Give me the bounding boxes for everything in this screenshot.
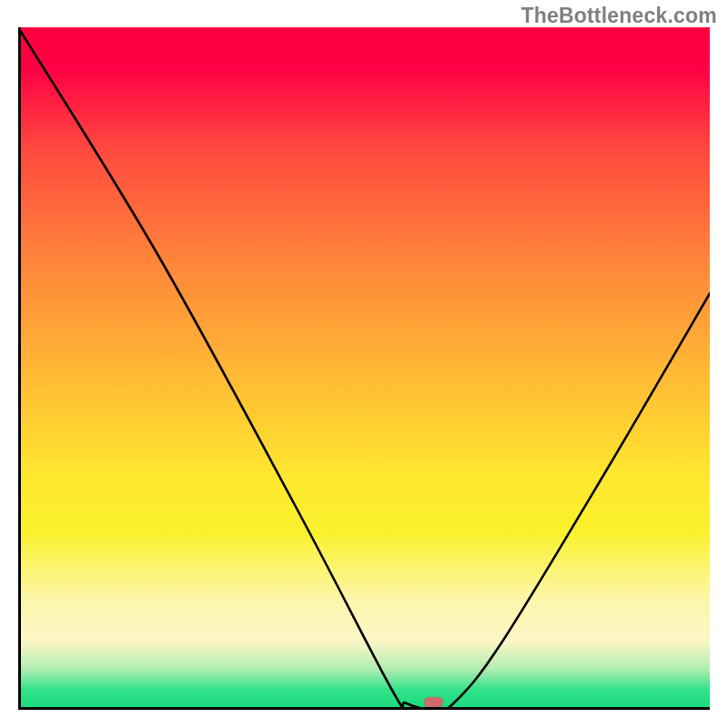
x-axis <box>18 707 710 710</box>
watermark-text: TheBottleneck.com <box>521 4 717 28</box>
chart-canvas: TheBottleneck.com <box>0 0 728 728</box>
optimal-marker <box>424 697 443 707</box>
y-axis <box>18 27 21 710</box>
curve-path <box>18 27 710 710</box>
plot-area <box>18 27 710 710</box>
bottleneck-curve <box>18 27 710 710</box>
